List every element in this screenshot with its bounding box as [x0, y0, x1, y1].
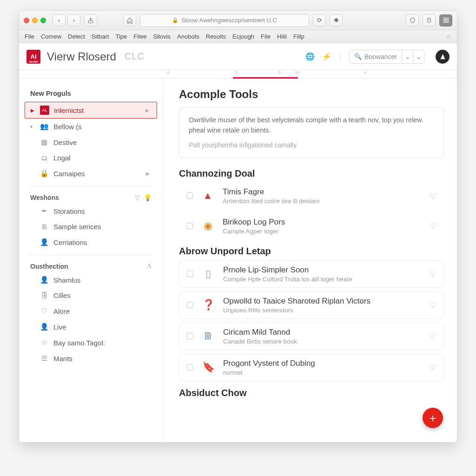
sidebar-item-alore[interactable]: ♡ Alore — [19, 303, 163, 319]
reader-button[interactable] — [423, 14, 436, 26]
list-item[interactable]: ◉ Birikoop Log Pors Cample Agper toger ♡ — [179, 213, 444, 239]
item-desc: Cample Agper toger — [223, 228, 422, 235]
sidebar-item-label: Bellow (s — [53, 123, 82, 131]
search-scope-dropdown[interactable]: ⌄ — [402, 50, 413, 63]
list-item[interactable]: 🔖 Progont Vystent of Dubing normet ♡ — [179, 354, 444, 381]
section-label: Weshons — [30, 194, 59, 201]
sidebar-item-shamus[interactable]: 👤 Shamlus — [19, 272, 163, 288]
section-label: Ousthection — [30, 263, 68, 270]
globe-icon[interactable]: 🌐 — [305, 52, 315, 62]
favorite-icon[interactable]: ♡ — [429, 269, 436, 279]
window-titlebar: ‹ › 🔒 Sloow Awehngwescop/sentnert U.C ⟳ … — [19, 11, 457, 30]
list-item[interactable]: ▲ Timis Fagre Arriention lited cotire ti… — [179, 183, 444, 209]
menu-item[interactable]: File — [261, 33, 271, 40]
sidebar-section-new: New Proguls — [19, 86, 163, 102]
sidebar-item-bellow[interactable]: ▾ 👥 Bellow (s — [19, 119, 163, 134]
svg-rect-4 — [443, 21, 445, 23]
zoom-window-button[interactable] — [40, 18, 46, 23]
sidebar-item-live[interactable]: 👤 Live — [19, 319, 163, 335]
favorite-icon[interactable]: ♡ — [429, 363, 436, 372]
favorite-icon[interactable]: ♡ — [429, 331, 436, 341]
sidebar-item-camaipes[interactable]: 🔒 Camaipes ▶ — [19, 165, 163, 181]
app-header: AIADOBE Vierw Rloserd CLC 🌐 ⚡ 🔍Boowancer… — [19, 43, 457, 70]
sidebar-item-logal[interactable]: 🗂 Logal — [19, 150, 163, 165]
sidebar-item-cerrations[interactable]: 👤 Cerriations — [19, 234, 163, 250]
brand-logo[interactable]: AIADOBE — [26, 50, 40, 64]
font-icon[interactable]: A — [147, 263, 152, 270]
sidebar-item-label: Destive — [53, 139, 77, 146]
intro-card: Owrtlivile muser of the best velycterals… — [179, 107, 444, 158]
share-button[interactable] — [84, 14, 97, 26]
search-more-dropdown[interactable]: ⌄ — [413, 50, 424, 63]
item-title: Opwolld to Taaice Sharoted Riplan Victor… — [223, 297, 422, 306]
sidebar-item-inlernictst[interactable]: ▶ AL Inlernictst ▶ — [25, 102, 157, 119]
extensions-button[interactable]: ✱ — [330, 14, 343, 26]
menu-item[interactable]: Resolts — [206, 33, 226, 40]
section-heading-channozing: Channozing Doal — [179, 168, 444, 179]
sidebar-section-ousthection: Ousthection A — [19, 260, 163, 272]
list-item[interactable]: ▯ Prnole Lip-Simpler Soon Compile Hple C… — [179, 260, 444, 288]
account-avatar[interactable] — [436, 50, 450, 64]
favorite-icon[interactable]: ♡ — [430, 191, 436, 201]
bookmark-star-icon[interactable]: ☆ — [446, 33, 451, 40]
nav-forward-button[interactable]: › — [67, 14, 80, 26]
filter-icon[interactable]: ▽ — [135, 194, 140, 201]
favorite-icon[interactable]: ♡ — [430, 221, 436, 231]
favorite-icon[interactable]: ♡ — [429, 300, 436, 310]
sidebar-item-label: Live — [53, 323, 66, 331]
reload-button[interactable]: ⟳ — [313, 14, 326, 26]
sidebar-item-cilles[interactable]: 🗄 Cilles — [19, 288, 163, 303]
tabs-overview-button[interactable] — [439, 14, 452, 26]
divider — [340, 52, 341, 61]
item-title: Progont Vystent of Dubing — [223, 359, 422, 368]
checkbox[interactable] — [187, 271, 193, 277]
menu-item[interactable]: Sllovis — [153, 33, 171, 40]
add-fab-button[interactable]: ＋ — [423, 408, 443, 428]
menu-item[interactable]: File — [25, 33, 34, 40]
minimize-window-button[interactable] — [32, 18, 38, 23]
doc-icon: 🗎 — [40, 223, 49, 231]
close-window-button[interactable] — [24, 18, 29, 23]
bookmarks-bar: File Comew Delect Sitbart Tipe Filee Sll… — [19, 30, 457, 43]
sidebar-item-sample[interactable]: 🗎 Sample serices — [19, 219, 163, 234]
checkbox[interactable] — [187, 333, 193, 339]
sidebar-item-label: Alore — [53, 307, 70, 315]
menu-item[interactable]: Sitbart — [92, 33, 109, 40]
address-bar[interactable]: 🔒 Sloow Awehngwescop/sentnert U.C — [140, 14, 309, 27]
menu-item[interactable]: Tipe — [115, 33, 127, 40]
sidebar-item-destive[interactable]: ▦ Destive — [19, 134, 163, 150]
privacy-button[interactable] — [406, 14, 419, 26]
checkbox[interactable] — [187, 364, 193, 370]
list-item[interactable]: ❓ Opwolld to Taaice Sharoted Riplan Vict… — [179, 291, 444, 319]
triangle-icon: ▲ — [200, 188, 215, 203]
sidebar-item-baysamo[interactable]: ☆ Bay samo.Tagol: — [19, 335, 163, 350]
menu-item[interactable]: Fillp — [293, 33, 304, 40]
ruler-mark: 5 — [235, 70, 237, 75]
checkbox[interactable] — [186, 192, 193, 199]
checkbox[interactable] — [187, 302, 193, 308]
nav-back-button[interactable]: ‹ — [53, 14, 66, 26]
menu-item[interactable]: Filee — [133, 33, 146, 40]
search-label: Boowancer — [364, 53, 397, 60]
home-button[interactable] — [123, 14, 136, 26]
divider — [29, 255, 152, 255]
menu-item[interactable]: Hiili — [277, 33, 287, 40]
item-title: Birikoop Log Pors — [223, 218, 422, 227]
sidebar-item-label: Shamlus — [53, 276, 80, 284]
menu-item[interactable]: Ecjough — [232, 33, 254, 40]
menu-item[interactable]: Anobots — [177, 33, 199, 40]
chevron-right-icon: ▶ — [145, 108, 149, 113]
checkbox[interactable] — [186, 223, 193, 229]
list-item[interactable]: 🗎 Ciricam Mild Tannd Canade Birtis senor… — [179, 323, 444, 350]
file-image-icon: 🗎 — [201, 329, 216, 344]
sidebar-item-mants[interactable]: ☰ Mants — [19, 350, 163, 366]
sidebar-item-label: Mants — [53, 355, 73, 363]
window-controls — [24, 18, 46, 23]
bulb-icon[interactable]: 💡 — [144, 194, 152, 201]
menu-item[interactable]: Delect — [68, 33, 85, 40]
search-field[interactable]: 🔍Boowancer ⌄ ⌄ — [349, 50, 424, 64]
sidebar-item-storations[interactable]: ✒ Storations — [19, 203, 163, 219]
menu-item[interactable]: Comew — [41, 33, 61, 40]
bolt-icon[interactable]: ⚡ — [322, 52, 332, 62]
intro-subtext: Palt yourpheinha infigationed camally — [189, 140, 434, 150]
